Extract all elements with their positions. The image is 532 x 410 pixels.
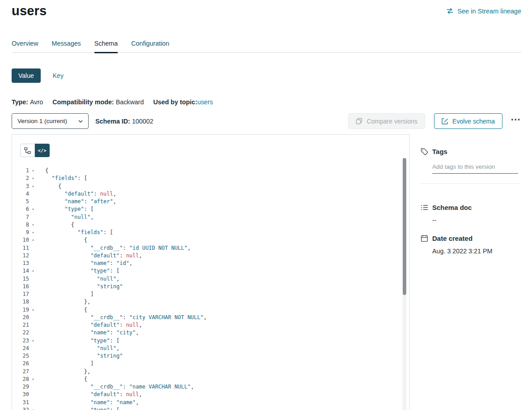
code-line: 11"__crdb__": "id UUID NOT NULL", (12, 244, 400, 252)
chevron-down-icon (78, 120, 83, 123)
fold-spacer (29, 290, 37, 298)
line-number: 14 (12, 267, 29, 275)
code-line: 20"__crdb__": "city VARCHAR NOT NULL", (12, 314, 400, 321)
line-number: 27 (12, 368, 29, 376)
compatibility-value: Backward (116, 98, 144, 106)
fold-spacer (29, 321, 37, 329)
code-line: 14▾"type": [ (12, 267, 400, 275)
meta-type: Type:Avro (12, 98, 43, 106)
tree-view-button[interactable] (20, 144, 35, 157)
code-line: 2▾"fields": [ (12, 175, 400, 182)
code-line: 22"name": "city", (12, 329, 400, 337)
code-text: { (45, 221, 74, 229)
fold-spacer (29, 329, 37, 337)
line-number: 30 (12, 391, 29, 398)
key-toggle-button[interactable]: Key (53, 72, 64, 79)
topic-link[interactable]: users (197, 98, 213, 106)
code-line: 28▾{ (12, 376, 400, 383)
code-text: { (45, 167, 48, 175)
type-label: Type: (12, 98, 28, 106)
code-line: 30"default": null, (12, 391, 400, 398)
line-number: 25 (12, 352, 29, 360)
line-number: 16 (12, 283, 29, 290)
fold-toggle-icon[interactable]: ▾ (29, 236, 37, 244)
schema-doc-title: Schema doc (432, 204, 472, 211)
fold-spacer (29, 368, 37, 376)
fold-toggle-icon[interactable]: ▾ (29, 229, 37, 236)
schema-meta-row: Type:Avro Compatibility mode:Backward Us… (12, 98, 213, 106)
tags-title: Tags (432, 148, 447, 155)
code-text: "default": null, (45, 321, 142, 329)
compare-versions-button[interactable]: Compare versions (348, 113, 425, 129)
more-options-button[interactable]: ⋯ (510, 115, 521, 128)
code-line: 7"null", (12, 214, 400, 221)
fold-spacer (29, 391, 37, 398)
tab-configuration[interactable]: Configuration (131, 40, 169, 52)
fold-toggle-icon[interactable]: ▾ (29, 221, 37, 229)
code-text: "type": [ (45, 337, 119, 345)
fold-spacer (29, 198, 37, 205)
code-text: }, (45, 298, 90, 306)
editor-scrollbar[interactable] (403, 158, 406, 410)
fold-toggle-icon[interactable]: ▾ (29, 167, 37, 175)
code-view-icon: </> (38, 148, 47, 153)
version-select[interactable]: Version 1 (current) (12, 113, 89, 129)
fold-spacer (29, 352, 37, 360)
code-line: 27}, (12, 368, 400, 376)
fold-spacer (29, 383, 37, 391)
line-number: 15 (12, 275, 29, 283)
editor-view-toggle: </> (20, 144, 50, 157)
fold-toggle-icon[interactable]: ▾ (29, 376, 37, 383)
fold-spacer (29, 314, 37, 321)
code-line: 25"string" (12, 352, 400, 360)
fold-spacer (29, 298, 37, 306)
evolve-schema-button[interactable]: Evolve schema (434, 113, 502, 129)
fold-toggle-icon[interactable]: ▾ (29, 306, 37, 314)
code-view-button[interactable]: </> (35, 144, 50, 157)
line-number: 4 (12, 190, 29, 198)
schema-doc-header: Schema doc (421, 204, 521, 211)
stream-lineage-link[interactable]: See in Stream lineage (446, 7, 521, 15)
tab-messages[interactable]: Messages (52, 40, 81, 52)
code-text: "fields": [ (45, 175, 87, 182)
line-number: 10 (12, 236, 29, 244)
fold-spacer (29, 190, 37, 198)
code-line: 5"name": "after", (12, 198, 400, 205)
line-number: 22 (12, 329, 29, 337)
fold-toggle-icon[interactable]: ▾ (29, 337, 37, 345)
add-tags-input[interactable] (432, 162, 518, 174)
editor-scrollbar-thumb[interactable] (403, 158, 406, 295)
fold-spacer (29, 260, 37, 267)
fold-spacer (29, 360, 37, 367)
date-created-header: Date created (421, 235, 521, 242)
line-number: 17 (12, 290, 29, 298)
line-number: 12 (12, 252, 29, 260)
value-toggle-button[interactable]: Value (12, 68, 41, 83)
fold-toggle-icon[interactable]: ▾ (29, 267, 37, 275)
line-number: 11 (12, 244, 29, 252)
code-line: 24"null", (12, 345, 400, 352)
code-text: ] (45, 360, 94, 367)
tags-section: Tags (421, 148, 521, 184)
fold-toggle-icon[interactable]: ▾ (29, 183, 37, 190)
tab-overview[interactable]: Overview (12, 40, 38, 52)
main-content: </> 1▾{2▾"fields": [3▾{4"default": null,… (12, 134, 521, 410)
schema-code[interactable]: 1▾{2▾"fields": [3▾{4"default": null,5"na… (12, 167, 400, 410)
line-number: 21 (12, 321, 29, 329)
fold-toggle-icon[interactable]: ▾ (29, 175, 37, 182)
calendar-icon (421, 235, 428, 242)
code-line: 12"default": null, (12, 252, 400, 260)
code-line: 9▾"fields": [ (12, 229, 400, 236)
code-text: "type": [ (45, 205, 94, 213)
tree-view-icon (24, 147, 31, 154)
fold-spacer (29, 244, 37, 252)
fold-spacer (29, 345, 37, 352)
page-title: users (12, 4, 47, 18)
code-line: 29"__crdb__": "name VARCHAR NULL", (12, 383, 400, 391)
line-number: 13 (12, 260, 29, 267)
compare-versions-icon (356, 118, 362, 124)
fold-toggle-icon[interactable]: ▾ (29, 205, 37, 213)
line-number: 23 (12, 337, 29, 345)
tab-schema[interactable]: Schema (94, 40, 118, 52)
fold-toggle-icon[interactable]: ▾ (29, 406, 37, 410)
